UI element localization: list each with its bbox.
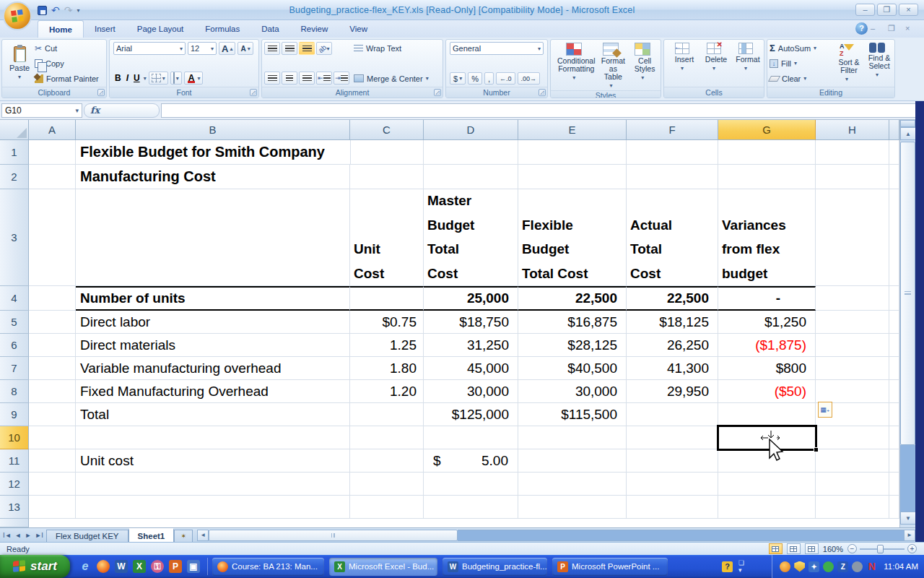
format-painter-button[interactable]: Format Painter (35, 72, 104, 85)
row-header-2[interactable]: 2 (0, 165, 29, 189)
taskbar-window-excel-active[interactable]: X Microsoft Excel - Bud... (329, 558, 437, 576)
font-size-combo[interactable]: 12▾ (188, 42, 217, 55)
name-box[interactable]: G10▾ (1, 103, 82, 118)
font-color-button[interactable]: A ▾ (184, 72, 204, 85)
header-flexible-budget[interactable]: Flexible Budget Total Cost (518, 189, 627, 286)
fill-handle[interactable] (814, 447, 819, 452)
column-header-b[interactable]: B (76, 120, 350, 140)
percent-style-button[interactable]: % (468, 72, 482, 85)
insert-function-button[interactable]: fx (84, 103, 160, 118)
restore-button[interactable]: ❐ (877, 4, 897, 16)
shrink-font-button[interactable]: A▾ (237, 42, 253, 55)
increase-decimal-button[interactable]: ←.0 (496, 72, 515, 85)
align-bottom-button[interactable] (299, 42, 315, 55)
first-sheet-button[interactable]: Ⅰ◄ (3, 532, 12, 539)
header-master-budget[interactable]: Master Budget Total Cost (424, 189, 518, 286)
vertical-scroll-thumb[interactable] (900, 142, 915, 445)
cell-styles-button[interactable]: Cell Styles▾ (627, 41, 658, 89)
horizontal-scrollbar[interactable]: ◄ ► (197, 528, 915, 542)
conditional-formatting-button[interactable]: Conditional Formatting▾ (553, 41, 596, 89)
internet-explorer-icon[interactable]: e (79, 560, 92, 573)
column-header-c[interactable]: C (350, 120, 424, 140)
tray-z-icon[interactable]: Z (837, 561, 848, 572)
tray-n-icon[interactable]: N (866, 561, 877, 572)
question-mark-icon[interactable]: ? (722, 561, 733, 572)
borders-button[interactable]: ▾ (149, 72, 168, 85)
powerpoint-icon[interactable]: P (169, 560, 182, 573)
sheet-tab-flex-budget-key[interactable]: Flex Budget KEY (46, 530, 128, 542)
scroll-left-button[interactable]: ◄ (197, 530, 209, 541)
insert-worksheet-button[interactable]: ✶ (174, 530, 193, 542)
tray-shield-icon[interactable] (794, 561, 805, 572)
autosum-button[interactable]: Σ AutoSum▾ (770, 42, 832, 54)
row-header-6[interactable]: 6 (0, 334, 29, 357)
horizontal-scroll-thumb[interactable] (209, 530, 458, 541)
number-format-combo[interactable]: General▾ (450, 42, 544, 55)
tab-page-layout[interactable]: Page Layout (126, 20, 195, 38)
tray-green-icon[interactable] (823, 561, 834, 572)
tab-review[interactable]: Review (290, 20, 339, 38)
taskbar-window-firefox[interactable]: Course: BA 213: Man... (212, 558, 324, 576)
minimize-button[interactable]: – (855, 4, 875, 16)
wrap-text-button[interactable]: Wrap Text (354, 42, 440, 54)
zoom-in-button[interactable]: + (907, 544, 917, 553)
column-header-a[interactable]: A (29, 120, 76, 140)
merge-center-button[interactable]: Merge & Center ▾ (354, 72, 440, 85)
row-header-4[interactable]: 4 (0, 286, 29, 311)
accounting-format-button[interactable]: $▾ (450, 72, 466, 85)
column-header-g-selected[interactable]: G (718, 120, 816, 140)
row-header-13[interactable]: 13 (0, 496, 29, 519)
negative-variance[interactable]: ($1,875) (718, 334, 816, 357)
normal-view-button[interactable] (769, 543, 783, 554)
align-center-button[interactable] (282, 72, 297, 85)
key-app-icon[interactable]: ⚿ (151, 560, 164, 573)
tab-view[interactable]: View (339, 20, 378, 38)
toolbar-chevron-icon[interactable]: ❏▾ (738, 559, 744, 574)
row-header-12[interactable]: 12 (0, 473, 29, 496)
align-left-button[interactable] (264, 72, 280, 85)
copy-button[interactable]: Copy (35, 57, 104, 69)
zoom-level[interactable]: 160% (823, 545, 843, 553)
start-button[interactable]: start (0, 555, 70, 578)
row-header-1[interactable]: 1 (0, 140, 29, 165)
last-sheet-button[interactable]: ►Ⅰ (35, 532, 43, 539)
row-header-7[interactable]: 7 (0, 357, 29, 380)
excel-icon[interactable]: X (133, 560, 146, 573)
page-break-view-button[interactable] (805, 543, 819, 554)
book-minimize-button[interactable]: – (871, 24, 885, 34)
book-close-button[interactable]: × (905, 24, 920, 34)
tab-formulas[interactable]: Formulas (194, 20, 250, 38)
vertical-scrollbar[interactable]: ▲ ▼ (899, 120, 915, 527)
zoom-slider[interactable]: − + (847, 544, 917, 553)
row-header-9[interactable]: 9 (0, 403, 29, 426)
page-layout-view-button[interactable] (787, 543, 801, 554)
align-middle-button[interactable] (282, 42, 297, 55)
close-button[interactable]: × (899, 4, 918, 16)
taskbar-window-word[interactable]: W Budgeting_practice-fl... (443, 558, 547, 576)
horizontal-scroll-track[interactable] (458, 530, 904, 541)
sort-filter-button[interactable]: AZ Sort & Filter▾ (832, 41, 862, 85)
alignment-dialog-launcher[interactable]: ◿ (434, 89, 441, 96)
scroll-right-button[interactable]: ► (904, 530, 915, 541)
bold-button[interactable]: B (113, 73, 123, 83)
find-select-button[interactable]: Find & Select▾ (862, 41, 892, 85)
zoom-thumb[interactable] (877, 545, 884, 553)
cut-button[interactable]: ✂ Cut (35, 42, 104, 54)
firefox-icon[interactable] (97, 560, 110, 573)
scroll-down-button[interactable]: ▼ (900, 512, 916, 525)
select-all-corner[interactable] (0, 120, 29, 140)
header-variances[interactable]: Variances from flex budget (718, 189, 816, 286)
font-name-combo[interactable]: Arial▾ (113, 42, 186, 55)
negative-variance[interactable]: ($50) (718, 380, 816, 403)
row-header-8[interactable]: 8 (0, 380, 29, 403)
zoom-track[interactable] (860, 548, 905, 550)
scroll-up-button[interactable]: ▲ (900, 127, 916, 140)
formula-input[interactable] (161, 103, 923, 118)
column-header-h[interactable]: H (816, 120, 889, 140)
auto-fill-options-button[interactable]: ▦₊ (818, 402, 832, 418)
column-header-d[interactable]: D (424, 120, 518, 140)
office-button[interactable] (3, 1, 32, 30)
next-sheet-button[interactable]: ► (25, 532, 31, 539)
cell-number-of-units[interactable]: Number of units (76, 286, 350, 311)
align-top-button[interactable] (264, 42, 280, 55)
